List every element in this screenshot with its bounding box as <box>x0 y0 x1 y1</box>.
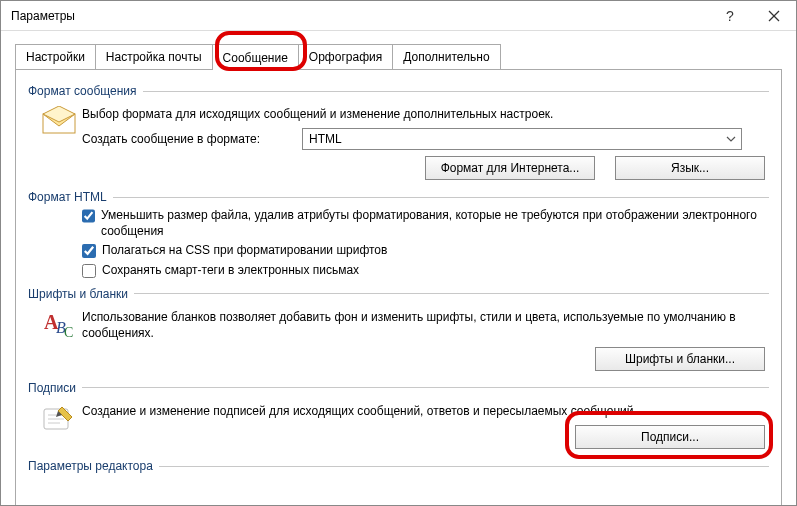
window-title: Параметры <box>11 9 708 23</box>
check-label: Уменьшить размер файла, удалив атрибуты … <box>101 208 769 239</box>
internet-format-button[interactable]: Формат для Интернета... <box>425 156 595 180</box>
check-reduce-size[interactable]: Уменьшить размер файла, удалив атрибуты … <box>82 208 769 239</box>
help-button[interactable]: ? <box>708 1 752 31</box>
group-title: Параметры редактора <box>28 459 159 473</box>
signature-icon <box>42 403 76 433</box>
group-title: Подписи <box>28 381 82 395</box>
format-combo-value: HTML <box>309 132 342 146</box>
format-combo[interactable]: HTML <box>302 128 742 150</box>
group-html-format: Формат HTML Уменьшить размер файла, удал… <box>28 190 769 278</box>
dialog-content: Настройки Настройка почты Сообщение Орфо… <box>1 31 796 506</box>
check-reduce-size-box[interactable] <box>82 209 95 223</box>
tab-body: Формат сообщения Выбор формата для исход… <box>15 69 782 506</box>
group-editor: Параметры редактора <box>28 459 769 473</box>
tab-strip: Настройки Настройка почты Сообщение Орфо… <box>15 41 782 69</box>
tab-advanced[interactable]: Дополнительно <box>392 44 500 69</box>
check-css-fonts[interactable]: Полагаться на CSS при форматировании шри… <box>82 243 769 259</box>
signatures-description: Создание и изменение подписей для исходя… <box>82 403 769 419</box>
group-signatures: Подписи Создание и изменение подписей дл <box>28 381 769 451</box>
check-smart-tags-box[interactable] <box>82 264 96 278</box>
language-button[interactable]: Язык... <box>615 156 765 180</box>
tab-message[interactable]: Сообщение <box>212 44 299 70</box>
close-button[interactable] <box>752 1 796 31</box>
titlebar: Параметры ? <box>1 1 796 31</box>
fonts-icon: A B C <box>42 309 76 339</box>
create-format-label: Создать сообщение в формате: <box>82 132 302 146</box>
check-css-fonts-box[interactable] <box>82 244 96 258</box>
check-label: Сохранять смарт-теги в электронных письм… <box>102 263 359 279</box>
tab-settings[interactable]: Настройки <box>15 44 96 69</box>
tab-mail-setup[interactable]: Настройка почты <box>95 44 213 69</box>
signatures-button[interactable]: Подписи... <box>575 425 765 449</box>
envelope-icon <box>42 106 76 134</box>
format-description: Выбор формата для исходящих сообщений и … <box>82 106 769 122</box>
chevron-down-icon <box>721 129 741 149</box>
check-label: Полагаться на CSS при форматировании шри… <box>102 243 387 259</box>
tab-spelling[interactable]: Орфография <box>298 44 393 69</box>
group-title: Формат сообщения <box>28 84 143 98</box>
group-title: Шрифты и бланки <box>28 287 134 301</box>
check-smart-tags[interactable]: Сохранять смарт-теги в электронных письм… <box>82 263 769 279</box>
fonts-stationery-button[interactable]: Шрифты и бланки... <box>595 347 765 371</box>
group-fonts: Шрифты и бланки A B C Использование блан… <box>28 287 769 373</box>
fonts-description: Использование бланков позволяет добавить… <box>82 309 769 341</box>
close-icon <box>768 10 780 22</box>
svg-text:C: C <box>64 325 73 339</box>
group-rule <box>143 91 769 92</box>
group-message-format: Формат сообщения Выбор формата для исход… <box>28 84 769 182</box>
group-title: Формат HTML <box>28 190 113 204</box>
